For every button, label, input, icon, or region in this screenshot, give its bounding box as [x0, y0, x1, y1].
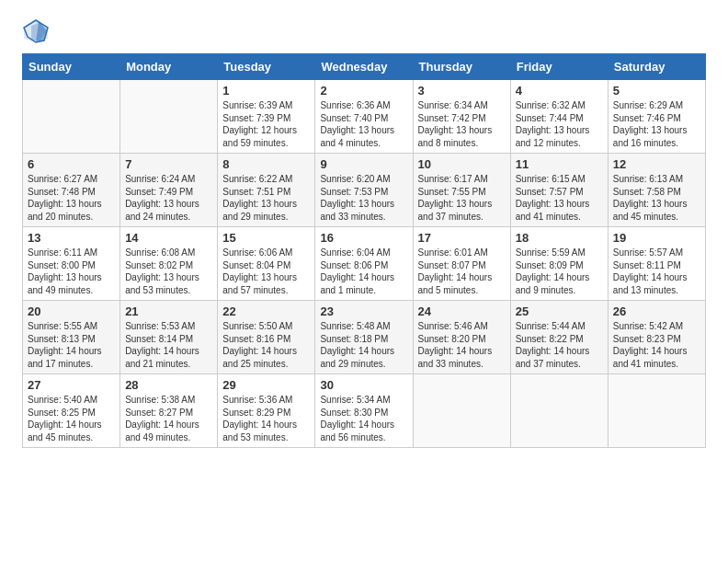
day-cell: 4Sunrise: 6:32 AM Sunset: 7:44 PM Daylig…	[510, 80, 608, 154]
col-header-thursday: Thursday	[413, 54, 510, 80]
day-info: Sunrise: 6:20 AM Sunset: 7:53 PM Dayligh…	[320, 173, 407, 223]
day-cell: 27Sunrise: 5:40 AM Sunset: 8:25 PM Dayli…	[23, 374, 120, 448]
day-number: 2	[320, 84, 407, 98]
col-header-sunday: Sunday	[23, 54, 120, 80]
day-number: 21	[125, 304, 212, 318]
day-info: Sunrise: 6:32 AM Sunset: 7:44 PM Dayligh…	[516, 99, 603, 149]
day-info: Sunrise: 5:48 AM Sunset: 8:18 PM Dayligh…	[320, 320, 407, 370]
day-cell: 28Sunrise: 5:38 AM Sunset: 8:27 PM Dayli…	[120, 374, 218, 448]
day-cell: 3Sunrise: 6:34 AM Sunset: 7:42 PM Daylig…	[413, 80, 510, 154]
day-info: Sunrise: 6:22 AM Sunset: 7:51 PM Dayligh…	[222, 173, 310, 223]
day-info: Sunrise: 5:38 AM Sunset: 8:27 PM Dayligh…	[125, 394, 212, 443]
day-cell: 22Sunrise: 5:50 AM Sunset: 8:16 PM Dayli…	[218, 301, 315, 374]
day-number: 17	[418, 231, 506, 245]
day-cell: 11Sunrise: 6:15 AM Sunset: 7:57 PM Dayli…	[510, 154, 608, 227]
day-number: 24	[418, 304, 506, 318]
day-number: 20	[28, 304, 115, 318]
day-cell: 18Sunrise: 5:59 AM Sunset: 8:09 PM Dayli…	[510, 227, 608, 301]
day-number: 12	[613, 157, 700, 171]
day-info: Sunrise: 5:55 AM Sunset: 8:13 PM Dayligh…	[28, 320, 115, 370]
day-number: 9	[320, 157, 407, 171]
day-number: 4	[516, 84, 603, 98]
day-info: Sunrise: 5:42 AM Sunset: 8:23 PM Dayligh…	[613, 320, 700, 370]
day-cell: 9Sunrise: 6:20 AM Sunset: 7:53 PM Daylig…	[315, 154, 413, 227]
day-number: 29	[222, 378, 310, 392]
day-number: 16	[320, 231, 407, 245]
day-info: Sunrise: 6:08 AM Sunset: 8:02 PM Dayligh…	[125, 247, 212, 296]
logo	[22, 18, 53, 44]
day-info: Sunrise: 5:44 AM Sunset: 8:22 PM Dayligh…	[516, 320, 603, 370]
day-cell: 14Sunrise: 6:08 AM Sunset: 8:02 PM Dayli…	[120, 227, 218, 301]
day-cell: 1Sunrise: 6:39 AM Sunset: 7:39 PM Daylig…	[218, 80, 315, 154]
day-number: 6	[28, 157, 115, 171]
day-cell: 7Sunrise: 6:24 AM Sunset: 7:49 PM Daylig…	[120, 154, 218, 227]
calendar: SundayMondayTuesdayWednesdayThursdayFrid…	[22, 53, 706, 448]
day-number: 26	[613, 304, 700, 318]
day-cell	[413, 374, 510, 448]
day-number: 19	[613, 231, 700, 245]
day-number: 8	[222, 157, 310, 171]
day-info: Sunrise: 6:06 AM Sunset: 8:04 PM Dayligh…	[222, 247, 310, 296]
day-cell	[23, 80, 120, 154]
week-row-1: 1Sunrise: 6:39 AM Sunset: 7:39 PM Daylig…	[23, 80, 706, 154]
day-number: 15	[222, 231, 310, 245]
day-info: Sunrise: 6:15 AM Sunset: 7:57 PM Dayligh…	[516, 173, 603, 223]
day-cell: 16Sunrise: 6:04 AM Sunset: 8:06 PM Dayli…	[315, 227, 413, 301]
week-row-2: 6Sunrise: 6:27 AM Sunset: 7:48 PM Daylig…	[23, 154, 706, 227]
week-row-5: 27Sunrise: 5:40 AM Sunset: 8:25 PM Dayli…	[23, 374, 706, 448]
day-cell: 26Sunrise: 5:42 AM Sunset: 8:23 PM Dayli…	[608, 301, 705, 374]
col-header-friday: Friday	[510, 54, 608, 80]
day-info: Sunrise: 6:01 AM Sunset: 8:07 PM Dayligh…	[418, 247, 506, 296]
day-number: 28	[125, 378, 212, 392]
day-cell: 12Sunrise: 6:13 AM Sunset: 7:58 PM Dayli…	[608, 154, 705, 227]
day-info: Sunrise: 6:04 AM Sunset: 8:06 PM Dayligh…	[320, 247, 407, 296]
day-cell	[608, 374, 705, 448]
col-header-tuesday: Tuesday	[218, 54, 315, 80]
col-header-saturday: Saturday	[608, 54, 705, 80]
day-info: Sunrise: 5:50 AM Sunset: 8:16 PM Dayligh…	[222, 320, 310, 370]
day-cell	[510, 374, 608, 448]
day-info: Sunrise: 5:59 AM Sunset: 8:09 PM Dayligh…	[516, 247, 603, 296]
day-number: 23	[320, 304, 407, 318]
header	[22, 18, 706, 44]
day-info: Sunrise: 6:11 AM Sunset: 8:00 PM Dayligh…	[28, 247, 115, 296]
day-cell: 8Sunrise: 6:22 AM Sunset: 7:51 PM Daylig…	[218, 154, 315, 227]
week-row-4: 20Sunrise: 5:55 AM Sunset: 8:13 PM Dayli…	[23, 301, 706, 374]
day-info: Sunrise: 6:36 AM Sunset: 7:40 PM Dayligh…	[320, 99, 407, 149]
header-row: SundayMondayTuesdayWednesdayThursdayFrid…	[23, 54, 706, 80]
logo-icon	[22, 18, 50, 44]
day-cell: 2Sunrise: 6:36 AM Sunset: 7:40 PM Daylig…	[315, 80, 413, 154]
day-info: Sunrise: 5:57 AM Sunset: 8:11 PM Dayligh…	[613, 247, 700, 296]
day-info: Sunrise: 6:17 AM Sunset: 7:55 PM Dayligh…	[418, 173, 506, 223]
day-cell: 5Sunrise: 6:29 AM Sunset: 7:46 PM Daylig…	[608, 80, 705, 154]
day-cell: 13Sunrise: 6:11 AM Sunset: 8:00 PM Dayli…	[23, 227, 120, 301]
day-number: 22	[222, 304, 310, 318]
day-info: Sunrise: 6:13 AM Sunset: 7:58 PM Dayligh…	[613, 173, 700, 223]
day-cell: 20Sunrise: 5:55 AM Sunset: 8:13 PM Dayli…	[23, 301, 120, 374]
day-cell: 19Sunrise: 5:57 AM Sunset: 8:11 PM Dayli…	[608, 227, 705, 301]
day-number: 30	[320, 378, 407, 392]
day-cell: 15Sunrise: 6:06 AM Sunset: 8:04 PM Dayli…	[218, 227, 315, 301]
day-cell: 29Sunrise: 5:36 AM Sunset: 8:29 PM Dayli…	[218, 374, 315, 448]
col-header-monday: Monday	[120, 54, 218, 80]
day-cell: 10Sunrise: 6:17 AM Sunset: 7:55 PM Dayli…	[413, 154, 510, 227]
day-info: Sunrise: 6:27 AM Sunset: 7:48 PM Dayligh…	[28, 173, 115, 223]
day-number: 7	[125, 157, 212, 171]
day-info: Sunrise: 5:34 AM Sunset: 8:30 PM Dayligh…	[320, 394, 407, 443]
page: SundayMondayTuesdayWednesdayThursdayFrid…	[0, 0, 728, 466]
day-cell: 30Sunrise: 5:34 AM Sunset: 8:30 PM Dayli…	[315, 374, 413, 448]
day-info: Sunrise: 6:39 AM Sunset: 7:39 PM Dayligh…	[222, 99, 310, 149]
day-cell: 23Sunrise: 5:48 AM Sunset: 8:18 PM Dayli…	[315, 301, 413, 374]
col-header-wednesday: Wednesday	[315, 54, 413, 80]
day-number: 3	[418, 84, 506, 98]
day-info: Sunrise: 6:29 AM Sunset: 7:46 PM Dayligh…	[613, 99, 700, 149]
day-cell: 24Sunrise: 5:46 AM Sunset: 8:20 PM Dayli…	[413, 301, 510, 374]
day-cell: 25Sunrise: 5:44 AM Sunset: 8:22 PM Dayli…	[510, 301, 608, 374]
day-info: Sunrise: 5:40 AM Sunset: 8:25 PM Dayligh…	[28, 394, 115, 443]
day-cell: 21Sunrise: 5:53 AM Sunset: 8:14 PM Dayli…	[120, 301, 218, 374]
day-info: Sunrise: 6:24 AM Sunset: 7:49 PM Dayligh…	[125, 173, 212, 223]
day-cell: 6Sunrise: 6:27 AM Sunset: 7:48 PM Daylig…	[23, 154, 120, 227]
day-info: Sunrise: 5:46 AM Sunset: 8:20 PM Dayligh…	[418, 320, 506, 370]
day-number: 13	[28, 231, 115, 245]
day-cell	[120, 80, 218, 154]
